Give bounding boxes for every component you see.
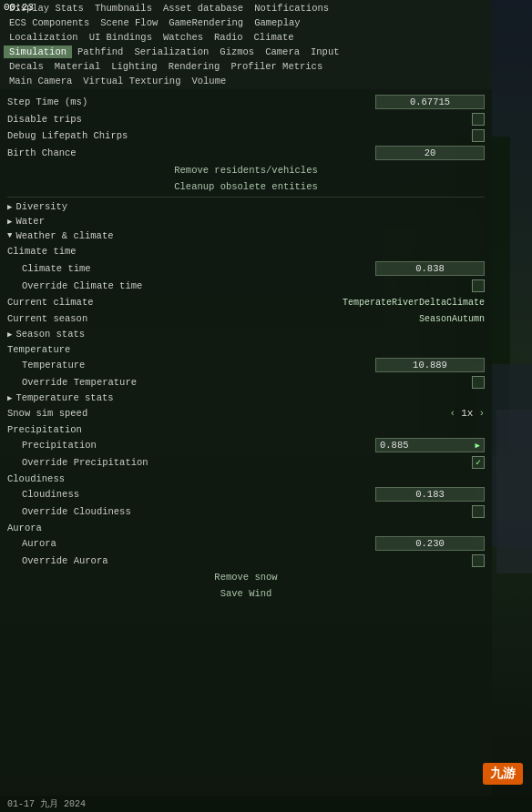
override-cloudiness-label: Override Cloudiness (7, 506, 472, 517)
current-season-row: Current season SeasonAutumn (7, 310, 485, 327)
menu-ui-bindings[interactable]: UI Bindings (84, 31, 158, 44)
current-season-value: SeasonAutumn (419, 314, 485, 324)
menu-pathfind[interactable]: Pathfind (72, 46, 128, 58)
water-label: Water (15, 216, 45, 227)
disable-trips-checkbox[interactable] (472, 113, 485, 126)
menu-decals[interactable]: Decals (4, 60, 49, 73)
snow-speed-right[interactable]: › (478, 408, 485, 419)
water-section[interactable]: ▶ Water (7, 214, 485, 228)
ui-panel: 00:23 Display Stats Thumbnails Asset dat… (0, 0, 492, 812)
menu-row-4: Simulation Pathfind Serialization Gizmos… (0, 45, 492, 59)
time-badge: 00:23 (4, 2, 34, 13)
climate-time-row: Climate time 0.838 (7, 259, 485, 278)
debug-lifepath-label: Debug Lifepath Chirps (7, 130, 472, 141)
menu-row-5: Decals Material Lighting Rendering Profi… (0, 59, 492, 74)
cloudiness-value[interactable]: 0.183 (375, 487, 485, 502)
menu-volume[interactable]: Volume (186, 75, 231, 87)
menu-watches[interactable]: Watches (158, 31, 209, 44)
aurora-value[interactable]: 0.230 (375, 536, 485, 551)
override-aurora-label: Override Aurora (7, 555, 472, 566)
diversity-arrow: ▶ (7, 202, 12, 212)
remove-snow-btn[interactable]: Remove snow (7, 569, 485, 585)
menu-thumbnails[interactable]: Thumbnails (89, 2, 158, 15)
weather-climate-section[interactable]: ▼ Weather & climate (7, 228, 485, 243)
birth-chance-value[interactable]: 20 (375, 146, 485, 160)
debug-lifepath-checkbox[interactable] (472, 129, 485, 142)
override-temperature-checkbox[interactable] (472, 376, 485, 389)
menu-serialization[interactable]: Serialization (128, 46, 214, 58)
override-climate-checkbox[interactable] (472, 279, 485, 292)
cleanup-obsolete-btn[interactable]: Cleanup obsolete entities (7, 178, 485, 195)
precipitation-row: Precipitation 0.885 ▶ (7, 436, 485, 454)
aurora-header: Aurora (7, 520, 485, 534)
override-precipitation-label: Override Precipitation (7, 457, 472, 468)
menu-gamerendering[interactable]: GameRendering (163, 16, 249, 29)
menu-climate[interactable]: Climate (249, 31, 300, 44)
temperature-stats-section[interactable]: ▶ Temperature stats (7, 391, 485, 405)
override-aurora-checkbox[interactable] (472, 554, 485, 567)
menu-row-1: Display Stats Thumbnails Asset database … (0, 1, 492, 15)
step-time-label: Step Time (ms) (7, 96, 375, 107)
menu-simulation[interactable]: Simulation (4, 46, 72, 58)
menu-radio[interactable]: Radio (209, 31, 249, 44)
snow-speed-control: ‹ 1x › (450, 408, 485, 419)
temperature-stats-arrow: ▶ (7, 393, 12, 403)
menu-scene-flow[interactable]: Scene Flow (95, 16, 163, 29)
water-arrow: ▶ (7, 217, 12, 227)
menu-rendering[interactable]: Rendering (163, 60, 226, 73)
menu-gameplay[interactable]: Gameplay (249, 16, 305, 29)
bottom-bar: 01-17 九月 2024 (0, 796, 532, 812)
temperature-value[interactable]: 10.889 (375, 358, 485, 372)
diversity-section[interactable]: ▶ Diversity (7, 199, 485, 214)
snow-sim-label: Snow sim speed (7, 408, 450, 419)
cloudiness-label: Cloudiness (7, 489, 375, 500)
override-climate-row: Override Climate time (7, 278, 485, 294)
menu-localization[interactable]: Localization (4, 31, 84, 44)
menu-main-camera[interactable]: Main Camera (4, 75, 77, 87)
menu-camera[interactable]: Camera (260, 46, 305, 58)
override-cloudiness-checkbox[interactable] (472, 505, 485, 518)
override-climate-label: Override Climate time (7, 280, 472, 291)
diversity-label: Diversity (15, 201, 67, 212)
menu-profiler-metrics[interactable]: Profiler Metrics (225, 60, 328, 73)
step-time-value[interactable]: 0.67715 (375, 95, 485, 109)
season-stats-arrow: ▶ (7, 330, 12, 340)
current-climate-label: Current climate (7, 297, 343, 308)
temperature-row: Temperature 10.889 (7, 356, 485, 374)
remove-residents-btn[interactable]: Remove residents/vehicles (7, 162, 485, 178)
disable-trips-label: Disable trips (7, 114, 472, 125)
override-cloudiness-row: Override Cloudiness (7, 503, 485, 520)
content-area: Step Time (ms) 0.67715 Disable trips Deb… (0, 89, 492, 797)
snow-speed-value: 1x (461, 408, 473, 419)
snow-speed-left[interactable]: ‹ (450, 408, 456, 419)
weather-climate-label: Weather & climate (15, 230, 113, 241)
watermark: 九游 (483, 763, 523, 785)
current-climate-row: Current climate TemperateRiverDeltaClima… (7, 294, 485, 310)
menu-material[interactable]: Material (49, 60, 106, 73)
menu-row-3: Localization UI Bindings Watches Radio C… (0, 30, 492, 45)
menu-ecs-components[interactable]: ECS Components (4, 16, 95, 29)
divider-1 (7, 197, 485, 198)
precipitation-header: Precipitation (7, 421, 485, 436)
climate-time-section-label: Climate time (7, 246, 485, 257)
override-aurora-row: Override Aurora (7, 553, 485, 569)
date-text: 01-17 九月 2024 (7, 799, 86, 809)
menu-asset-database[interactable]: Asset database (158, 2, 249, 15)
snow-sim-row: Snow sim speed ‹ 1x › (7, 405, 485, 421)
override-temperature-row: Override Temperature (7, 374, 485, 391)
climate-time-value[interactable]: 0.838 (375, 261, 485, 276)
save-wind-btn[interactable]: Save Wind (7, 585, 485, 602)
disable-trips-row: Disable trips (7, 111, 485, 127)
menu-lighting[interactable]: Lighting (106, 60, 162, 73)
override-precipitation-checkbox[interactable]: ✓ (472, 456, 485, 469)
menu-gizmos[interactable]: Gizmos (214, 46, 260, 58)
menu-input[interactable]: Input (305, 46, 345, 58)
current-climate-value: TemperateRiverDeltaClimate (343, 298, 485, 308)
menu-virtual-texturing[interactable]: Virtual Texturing (77, 75, 186, 87)
override-precipitation-row: Override Precipitation ✓ (7, 454, 485, 471)
precipitation-value-box[interactable]: 0.885 ▶ (375, 438, 485, 452)
temperature-label: Temperature (7, 360, 375, 370)
menu-notifications[interactable]: Notifications (249, 2, 334, 15)
aurora-row: Aurora 0.230 (7, 534, 485, 553)
season-stats-section[interactable]: ▶ Season stats (7, 327, 485, 341)
